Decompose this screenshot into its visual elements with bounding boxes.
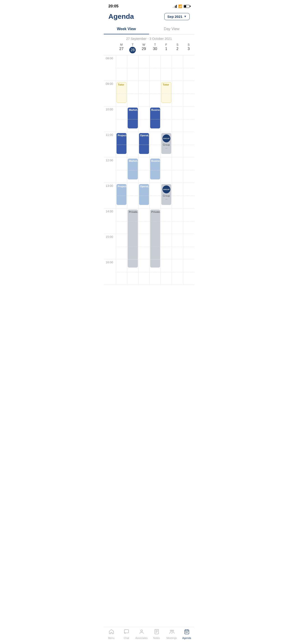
group-badge-2: GROUP bbox=[162, 186, 170, 193]
time-row-1100: 11:00 Project... Operat... GROUP Group .… bbox=[104, 132, 194, 158]
cell-wed-0900 bbox=[138, 81, 149, 106]
cell-fri-1500 bbox=[161, 234, 172, 259]
cell-sun-0800 bbox=[183, 56, 194, 81]
cell-mon-1600 bbox=[116, 260, 127, 285]
cell-fri-1200 bbox=[161, 158, 172, 183]
week-range-label: 27 September - 3 October 2021 bbox=[104, 34, 194, 42]
event-marketing-tue[interactable]: Market... bbox=[128, 108, 138, 128]
page-title: Agenda bbox=[108, 12, 134, 20]
cell-thu-1100 bbox=[149, 132, 161, 157]
header: Agenda Sep 2021 ▼ bbox=[104, 10, 194, 24]
time-label-1100: 11:00 bbox=[104, 132, 116, 136]
cell-wed-1600 bbox=[138, 260, 149, 285]
cell-mon-1400 bbox=[116, 208, 127, 234]
time-grid: 08:00 09:00 Tutor Tutor 10:0 bbox=[104, 56, 194, 285]
month-selector-button[interactable]: Sep 2021 ▼ bbox=[164, 13, 190, 20]
day-header-tue: T 28 bbox=[127, 42, 138, 55]
event-tutor-fri[interactable]: Tutor bbox=[161, 82, 171, 103]
cell-mon-1100: Project... bbox=[116, 132, 127, 157]
tab-day-view[interactable]: Day View bbox=[149, 24, 194, 34]
time-row-1400: 14:00 Private... Private... bbox=[104, 208, 194, 234]
cell-tue-0900 bbox=[127, 81, 138, 106]
time-label-0900: 09:00 bbox=[104, 81, 116, 85]
time-label-1500: 15:00 bbox=[104, 234, 116, 238]
view-tabs: Week View Day View bbox=[104, 24, 194, 34]
event-tutor-mon[interactable]: Tutor bbox=[117, 82, 127, 103]
cell-sun-1000 bbox=[183, 106, 194, 132]
cell-thu-1400: Private... bbox=[149, 208, 161, 234]
cell-tue-1500 bbox=[127, 234, 138, 259]
cell-fri-0800 bbox=[161, 56, 172, 81]
time-row-1600: 16:00 bbox=[104, 260, 194, 285]
event-project-mon[interactable]: Project... bbox=[117, 133, 127, 154]
day-header-sat: S 2 bbox=[172, 42, 183, 55]
cell-mon-1200 bbox=[116, 158, 127, 183]
tab-week-view[interactable]: Week View bbox=[104, 24, 149, 34]
event-project-light-mon[interactable]: Project... bbox=[117, 184, 127, 205]
cell-thu-1200: Busine... bbox=[149, 158, 161, 183]
cell-thu-0800 bbox=[149, 56, 161, 81]
cell-mon-1500 bbox=[116, 234, 127, 259]
cell-fri-1000 bbox=[161, 106, 172, 132]
battery-icon bbox=[184, 5, 190, 8]
time-label-1200: 12:00 bbox=[104, 158, 116, 162]
cell-thu-0900 bbox=[149, 81, 161, 106]
cell-mon-1300: Project... bbox=[116, 183, 127, 208]
time-row-0800: 08:00 bbox=[104, 56, 194, 81]
day-headers: M 27 T 28 W 29 T 30 F 1 S 2 S 3 bbox=[104, 42, 194, 56]
event-operat-light-wed[interactable]: Operat... bbox=[139, 184, 149, 205]
wifi-icon: 📶 bbox=[178, 4, 182, 8]
time-row-0900: 09:00 Tutor Tutor bbox=[104, 81, 194, 106]
event-group-fri-1300[interactable]: GROUP Group ... bbox=[161, 184, 171, 205]
cell-sat-1500 bbox=[172, 234, 183, 259]
cell-wed-0800 bbox=[138, 56, 149, 81]
day-header-sun: S 3 bbox=[183, 42, 194, 55]
time-row-1000: 10:00 Market... Busine... bbox=[104, 106, 194, 132]
cell-tue-1300 bbox=[127, 183, 138, 208]
cell-tue-1600 bbox=[127, 260, 138, 285]
cell-tue-1000: Market... bbox=[127, 106, 138, 132]
cell-sun-1400 bbox=[183, 208, 194, 234]
cell-sun-1600 bbox=[183, 260, 194, 285]
cell-sun-1300 bbox=[183, 183, 194, 208]
event-operat-wed[interactable]: Operat... bbox=[139, 133, 149, 154]
chevron-down-icon: ▼ bbox=[184, 15, 187, 18]
cell-fri-1600 bbox=[161, 260, 172, 285]
cell-tue-1400: Private... bbox=[127, 208, 138, 234]
cell-mon-0900: Tutor bbox=[116, 81, 127, 106]
event-business-thu[interactable]: Busine... bbox=[150, 108, 160, 128]
time-label-0800: 08:00 bbox=[104, 56, 116, 60]
signal-icon bbox=[173, 5, 177, 8]
cell-fri-1100: GROUP Group ... bbox=[161, 132, 172, 157]
cell-sat-1000 bbox=[172, 106, 183, 132]
event-group-fri-1100[interactable]: GROUP Group ... bbox=[161, 133, 171, 154]
cell-sat-1600 bbox=[172, 260, 183, 285]
status-icons: 📶 bbox=[173, 4, 190, 8]
cell-tue-1200: Market... bbox=[127, 158, 138, 183]
cell-wed-1500 bbox=[138, 234, 149, 259]
cell-sun-1100 bbox=[183, 132, 194, 157]
cell-sat-0800 bbox=[172, 56, 183, 81]
cell-sat-1300 bbox=[172, 183, 183, 208]
month-selector-label: Sep 2021 bbox=[167, 14, 182, 18]
time-row-1500: 15:00 bbox=[104, 234, 194, 260]
time-label-1400: 14:00 bbox=[104, 208, 116, 213]
cell-sun-0900 bbox=[183, 81, 194, 106]
cell-wed-1200 bbox=[138, 158, 149, 183]
day-header-fri: F 1 bbox=[161, 42, 172, 55]
event-business-light-thu[interactable]: Busine... bbox=[150, 158, 160, 180]
cell-sun-1200 bbox=[183, 158, 194, 183]
time-label-1600: 16:00 bbox=[104, 260, 116, 264]
event-marketing-light-tue[interactable]: Market... bbox=[128, 158, 138, 180]
cell-tue-0800 bbox=[127, 56, 138, 81]
cell-sat-1400 bbox=[172, 208, 183, 234]
cell-sun-1500 bbox=[183, 234, 194, 259]
time-row-1300: 13:00 Project... Operat... GROUP Group .… bbox=[104, 183, 194, 208]
cell-fri-1300: GROUP Group ... bbox=[161, 183, 172, 208]
cell-thu-1600 bbox=[149, 260, 161, 285]
status-time: 20:05 bbox=[108, 4, 118, 8]
group-badge: GROUP bbox=[162, 134, 170, 142]
cell-sat-0900 bbox=[172, 81, 183, 106]
cell-wed-1000 bbox=[138, 106, 149, 132]
day-header-mon: M 27 bbox=[116, 42, 127, 55]
